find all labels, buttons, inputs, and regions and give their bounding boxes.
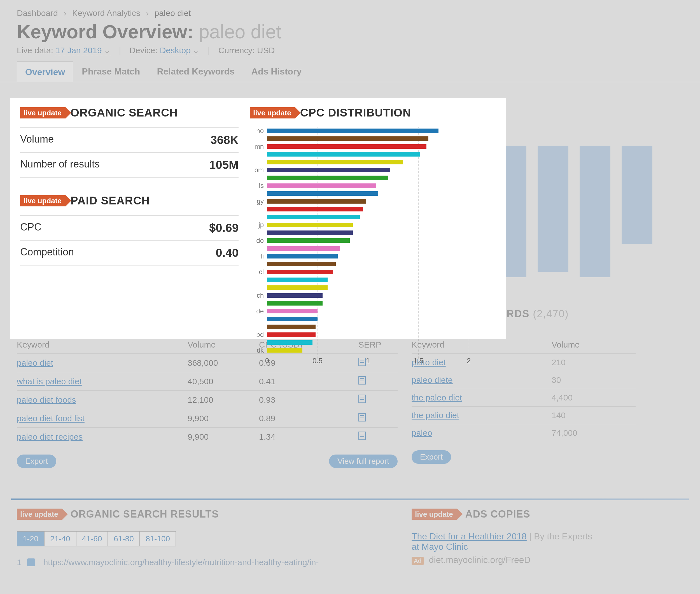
breadcrumb-item[interactable]: Keyword Analytics — [72, 8, 140, 18]
chart-bar — [250, 151, 496, 158]
keyword-link[interactable]: paleo — [411, 428, 432, 437]
chart-bar: ch — [250, 292, 496, 299]
volume-cell: 4,400 — [552, 393, 636, 402]
chart-bar — [250, 245, 496, 252]
pagination: 1-20 21-40 41-60 61-80 81-100 — [17, 531, 319, 547]
chart-bar — [250, 229, 496, 236]
volume-cell: 140 — [552, 410, 636, 420]
keyword-link[interactable]: the paleo diet — [411, 393, 462, 402]
date-picker[interactable]: 17 Jan 2019⌄ — [56, 46, 110, 55]
chart-bar — [250, 206, 496, 212]
keyword-link[interactable]: paleo diet recipes — [17, 432, 82, 441]
volume-cell: 40,500 — [188, 377, 259, 386]
cpc-cell: 0.89 — [259, 414, 358, 423]
table-row: the paleo diet4,400 — [411, 389, 636, 407]
volume-cell: 30 — [552, 375, 636, 385]
page-button[interactable]: 81-100 — [140, 531, 176, 547]
chart-bar: dk — [250, 347, 496, 354]
volume-cell: 74,000 — [552, 428, 636, 438]
cpc-row: CPC $0.69 — [20, 216, 239, 240]
competition-value: 0.40 — [215, 246, 239, 260]
cpc-distribution-title: CPC DISTRIBUTION — [300, 106, 411, 119]
chart-bar — [250, 284, 496, 291]
breadcrumb-item[interactable]: Dashboard — [17, 8, 58, 18]
live-update-badge: live update — [250, 107, 295, 119]
keyword-link[interactable]: the palio diet — [411, 410, 459, 420]
page-button[interactable]: 41-60 — [76, 531, 108, 547]
sitelink-icon[interactable] — [27, 558, 35, 566]
chart-bar — [250, 276, 496, 283]
chart-bar — [250, 261, 496, 267]
paid-search-title: PAID SEARCH — [71, 194, 150, 207]
chart-bar: cl — [250, 269, 496, 275]
view-full-report-button[interactable]: View full report — [329, 455, 398, 468]
chevron-right-icon: › — [146, 8, 149, 18]
live-update-badge: live update — [20, 195, 66, 206]
metabar: Live data: 17 Jan 2019⌄ | Device: Deskto… — [0, 45, 700, 61]
keyword-link[interactable]: paleo diet foods — [17, 395, 76, 404]
chart-bar: no — [250, 127, 496, 134]
chart-bar: gy — [250, 198, 496, 205]
chart-bar: is — [250, 182, 496, 189]
volume-cell: 9,900 — [188, 414, 259, 423]
chart-bar — [250, 339, 496, 346]
chevron-right-icon: › — [64, 8, 66, 18]
chart-bar — [250, 214, 496, 221]
live-update-badge: live update — [411, 508, 457, 520]
tab-phrase-match[interactable]: Phrase Match — [73, 61, 148, 82]
volume-cell: 12,100 — [188, 395, 259, 405]
table-row: paleo74,000 — [411, 424, 636, 442]
table-row: paleo diet foods12,1000.93 — [17, 391, 398, 409]
page-title: Keyword Overview: paleo diet — [0, 21, 700, 45]
volume-cell: 9,900 — [188, 432, 259, 442]
tabs: Overview Phrase Match Related Keywords A… — [0, 61, 700, 82]
chart-bar: fi — [250, 253, 496, 260]
breadcrumb-current: paleo diet — [155, 8, 191, 18]
volume-cell: 210 — [552, 358, 636, 367]
export-button[interactable]: Export — [17, 455, 56, 468]
ad-subline: at Mayo Clinic — [411, 541, 636, 552]
table-row: the palio diet140 — [411, 407, 636, 424]
currency-label: Currency: USD — [219, 46, 275, 55]
chart-bar: de — [250, 308, 496, 315]
volume-row: Volume 368K — [20, 127, 239, 152]
tab-overview[interactable]: Overview — [17, 61, 73, 82]
ad-display-url: diet.mayoclinic.org/FreeD — [429, 555, 531, 565]
volume-value: 368K — [210, 133, 239, 147]
chevron-down-icon: ⌄ — [104, 46, 110, 55]
chart-bar: do — [250, 237, 496, 244]
cpc-cell: 0.93 — [259, 395, 358, 405]
export-button[interactable]: Export — [411, 450, 451, 464]
serp-icon[interactable] — [358, 395, 366, 403]
device-label: Device: — [129, 46, 157, 55]
cpc-value: $0.69 — [209, 221, 239, 235]
results-value: 105M — [209, 158, 239, 172]
keyword-link[interactable]: paleo diete — [411, 375, 453, 385]
serp-icon[interactable] — [358, 376, 366, 385]
results-row: Number of results 105M — [20, 152, 239, 177]
page-button[interactable]: 1-20 — [17, 531, 44, 547]
serp-icon[interactable] — [358, 432, 366, 440]
chart-bar — [250, 316, 496, 322]
live-data-label: Live data: — [17, 46, 53, 55]
ad-headline[interactable]: The Diet for a Healthier 2018 | By the E… — [411, 531, 636, 541]
device-picker[interactable]: Desktop⌄ — [160, 46, 199, 55]
table-row: paleo diet recipes9,9001.34 — [17, 428, 398, 446]
organic-search-title: ORGANIC SEARCH — [71, 106, 178, 119]
page-button[interactable]: 21-40 — [44, 531, 76, 547]
keyword-link[interactable]: paleo diet food list — [17, 414, 85, 423]
serp-icon[interactable] — [358, 413, 366, 422]
tab-related-keywords[interactable]: Related Keywords — [148, 61, 243, 82]
page-button[interactable]: 61-80 — [108, 531, 140, 547]
competition-row: Competition 0.40 — [20, 240, 239, 265]
volume-cell: 368,000 — [188, 358, 259, 368]
chart-bar: om — [250, 167, 496, 173]
keyword-link[interactable]: paleo diet — [17, 358, 53, 367]
tab-ads-history[interactable]: Ads History — [243, 61, 310, 82]
ads-copies-title: ADS COPIES — [465, 508, 530, 520]
cpc-cell: 0.41 — [259, 377, 358, 386]
keyword-link[interactable]: what is paleo diet — [17, 377, 82, 386]
chart-bar — [250, 300, 496, 307]
chart-bar: jp — [250, 222, 496, 228]
result-url[interactable]: https://www.mayoclinic.org/healthy-lifes… — [43, 558, 319, 567]
